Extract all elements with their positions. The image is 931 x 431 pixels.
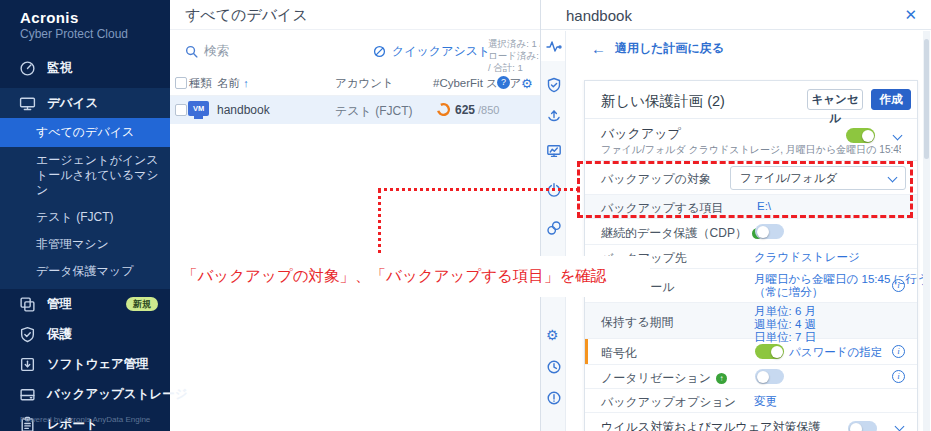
back-to-applied-plans-link[interactable]: ← 適用した計画に戻る bbox=[591, 40, 724, 57]
tab-integration-circles-icon[interactable] bbox=[546, 220, 562, 236]
sidebar-item-software-management[interactable]: ソフトウェア管理 bbox=[0, 349, 170, 379]
panel-header: handbook ✕ bbox=[541, 0, 931, 30]
tab-activity-pulse-icon[interactable] bbox=[546, 38, 562, 54]
create-button[interactable]: 作成 bbox=[871, 89, 911, 110]
toggle-knob bbox=[862, 130, 874, 142]
backup-toggle[interactable] bbox=[846, 128, 875, 143]
tab-settings-gear-icon[interactable]: ⚙ bbox=[546, 327, 559, 343]
backup-options-change-link[interactable]: 変更 bbox=[754, 394, 777, 409]
backup-items-value-link[interactable]: E:\ bbox=[757, 200, 771, 212]
table-row[interactable]: VM handbook テスト (FJCT) 625 /850 bbox=[170, 96, 540, 124]
close-icon[interactable]: ✕ bbox=[904, 6, 917, 24]
tab-recovery-icon[interactable] bbox=[546, 108, 562, 124]
panel-scrollbar[interactable] bbox=[923, 31, 930, 431]
column-account[interactable]: アカウント bbox=[335, 76, 394, 91]
sidebar-item-devices[interactable]: デバイス bbox=[0, 88, 170, 118]
table-settings-gear-icon[interactable]: ⚙ bbox=[521, 76, 533, 91]
gauge-icon bbox=[19, 60, 36, 77]
sidebar-item-all-devices[interactable]: すべてのデバイス bbox=[0, 118, 170, 147]
plan-title: 新しい保護計画 (2) bbox=[601, 92, 725, 111]
info-icon[interactable]: i bbox=[892, 279, 905, 292]
sidebar-item-backup-storage[interactable]: バックアップストレージ bbox=[0, 379, 170, 409]
sidebar-item-label: 監視 bbox=[47, 60, 72, 77]
encryption-password-link[interactable]: パスワードの指定 bbox=[789, 345, 882, 360]
column-type[interactable]: 種類 bbox=[189, 76, 212, 91]
page-title: すべてのデバイス bbox=[170, 0, 540, 30]
encryption-highlight-bar bbox=[585, 339, 588, 364]
layers-icon bbox=[19, 296, 36, 313]
row-cdp: 継続的データ保護（CDP）↑ bbox=[585, 219, 917, 245]
row-backup-options: バックアップオプション 変更 bbox=[585, 389, 917, 413]
row-notarization: ノータリゼーション↑ i bbox=[585, 365, 917, 389]
quick-assist-icon bbox=[373, 45, 386, 58]
quick-assist-button[interactable]: クイックアシスト bbox=[373, 43, 490, 60]
select-all-checkbox[interactable] bbox=[175, 77, 187, 89]
tab-protection-shield-icon[interactable] bbox=[546, 77, 562, 93]
row-backup-source: バックアップの対象 ファイル/フォルダ bbox=[585, 161, 917, 195]
cyberfit-score-value: 625 bbox=[455, 103, 475, 117]
vm-type-icon: VM bbox=[188, 101, 209, 116]
backup-module-label: バックアップ bbox=[601, 125, 681, 143]
cdp-label: 継続的データ保護（CDP）↑ bbox=[601, 225, 763, 242]
back-arrow-icon: ← bbox=[591, 40, 606, 57]
new-badge: 新規 bbox=[126, 297, 158, 311]
annotation-leader-line-horizontal bbox=[378, 188, 578, 191]
sidebar-item-agent-machines[interactable]: エージェントがインストールされているマシン bbox=[0, 147, 170, 204]
sidebar-item-label: デバイス bbox=[47, 95, 98, 112]
table-header: 種類 名前 ↑ アカウント #CyberFit スコア ? ⚙ bbox=[170, 72, 540, 96]
row-retention: 保持する期間 月単位: 6 月週単位: 4 週日単位: 7 日 bbox=[585, 303, 917, 339]
sidebar-item-label: 管理 bbox=[47, 296, 72, 313]
chevron-down-icon bbox=[888, 173, 898, 183]
column-name[interactable]: 名前 ↑ bbox=[217, 76, 249, 91]
device-detail-panel: handbook ✕ ⚙ ← 適用した計画に戻る 新しい保護計画 (2) キャン… bbox=[540, 0, 931, 431]
monitor-icon bbox=[19, 95, 36, 112]
retention-label: 保持する期間 bbox=[601, 314, 674, 331]
panel-title: handbook bbox=[566, 7, 632, 24]
backup-source-select[interactable]: ファイル/フォルダ bbox=[730, 166, 906, 190]
sidebar-nav: 監視 デバイス すべてのデバイス エージェントがインストールされているマシン テ… bbox=[0, 53, 170, 431]
device-name[interactable]: handbook bbox=[217, 103, 270, 117]
help-icon[interactable]: ? bbox=[497, 76, 510, 89]
app-root: Acronis Cyber Protect Cloud 監視 デバイス すべての… bbox=[0, 0, 931, 431]
tab-vulnerability-monitor-icon[interactable] bbox=[546, 143, 562, 159]
sidebar-item-unmanaged-machines[interactable]: 非管理マシン bbox=[0, 231, 170, 258]
chevron-down-icon[interactable] bbox=[895, 422, 905, 431]
search-icon bbox=[185, 45, 198, 58]
backup-destination-value-link[interactable]: クラウドストレージ bbox=[754, 250, 860, 265]
chevron-down-icon[interactable] bbox=[893, 131, 903, 141]
sidebar-item-data-protection-map[interactable]: データ保護マップ bbox=[0, 258, 170, 285]
search-input[interactable]: 検索 bbox=[185, 43, 229, 60]
row-backup-items: バックアップする項目 E:\ bbox=[585, 195, 917, 219]
backup-module-summary: ファイル/フォルダ クラウドストレージ, 月曜日から金曜日の 15:45 に行う… bbox=[601, 143, 901, 157]
sidebar-item-management[interactable]: 管理 新規 bbox=[0, 289, 170, 319]
annotation-leader-line-vertical bbox=[378, 190, 381, 256]
cyberfit-score-arc-icon bbox=[436, 102, 451, 117]
search-placeholder: 検索 bbox=[204, 43, 229, 60]
sidebar-item-test-fjct[interactable]: テスト (FJCT) bbox=[0, 204, 170, 231]
encryption-toggle[interactable] bbox=[755, 344, 784, 359]
info-icon[interactable]: i bbox=[892, 370, 905, 383]
toolbar: 検索 クイックアシスト 選択済み: 1 / ロード済み: 1 / 合計: 1 bbox=[170, 30, 540, 72]
sidebar-item-label: ソフトウェア管理 bbox=[47, 356, 149, 373]
info-icon[interactable]: i bbox=[892, 345, 905, 358]
toggle-knob bbox=[771, 346, 783, 358]
powered-by: Powered by Acronis AnyData Engine bbox=[20, 415, 150, 424]
antimalware-label: ウイルス対策およびマルウェア対策保護 bbox=[601, 419, 820, 431]
back-link-label: 適用した計画に戻る bbox=[615, 40, 724, 57]
row-checkbox[interactable] bbox=[175, 104, 187, 116]
cdp-toggle[interactable] bbox=[755, 224, 784, 239]
sidebar-item-protection[interactable]: 保護 bbox=[0, 319, 170, 349]
backup-options-label: バックアップオプション bbox=[601, 394, 736, 411]
notarization-toggle[interactable] bbox=[755, 369, 784, 384]
sidebar-item-monitoring[interactable]: 監視 bbox=[0, 53, 170, 83]
cancel-button[interactable]: キャンセル bbox=[807, 89, 863, 110]
tab-alerts-icon[interactable] bbox=[546, 390, 562, 406]
sidebar-section-devices: デバイス すべてのデバイス エージェントがインストールされているマシン テスト … bbox=[0, 88, 170, 289]
toggle-knob bbox=[850, 423, 862, 431]
tab-activities-clock-icon[interactable] bbox=[546, 359, 562, 375]
storage-drive-icon bbox=[19, 386, 36, 403]
brand-logo: Acronis Cyber Protect Cloud bbox=[0, 0, 170, 41]
scrollbar-thumb[interactable] bbox=[924, 39, 929, 159]
sidebar-item-label: 保護 bbox=[47, 326, 72, 343]
antimalware-toggle[interactable] bbox=[848, 421, 877, 431]
